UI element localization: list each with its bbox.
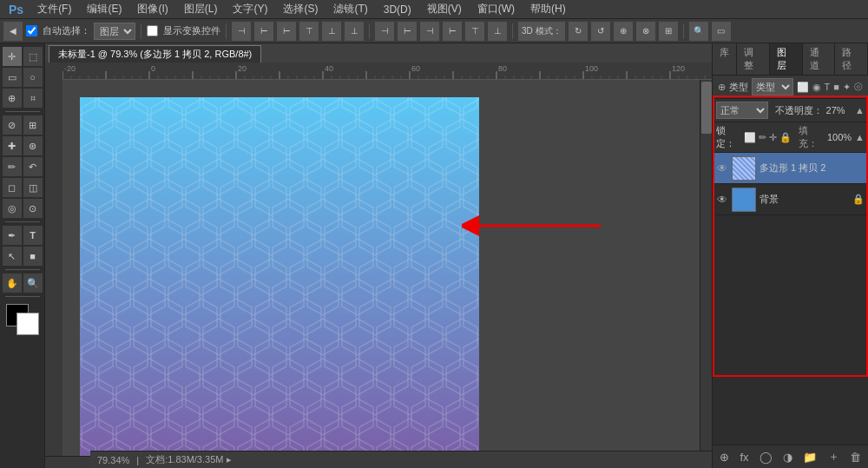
- 3d-mode-label: 3D 模式：: [522, 25, 562, 37]
- toolbar-align-top[interactable]: ⊤: [299, 22, 319, 41]
- toolbar-align-bottom[interactable]: ⊥: [345, 22, 364, 41]
- blur-tool[interactable]: ◎: [3, 199, 22, 218]
- opacity-value[interactable]: 27%: [826, 105, 852, 115]
- toolbar-3d-rotate[interactable]: ↻: [569, 22, 588, 41]
- add-style-btn[interactable]: fx: [740, 451, 748, 464]
- layer-0-visibility[interactable]: 👁: [716, 162, 728, 175]
- document-tab[interactable]: 未标量-1 @ 79.3% (多边形 1 拷贝 2, RGB/8#): [49, 45, 261, 63]
- lock-position[interactable]: ✛: [769, 132, 777, 143]
- menu-image[interactable]: 图像(I): [130, 0, 174, 18]
- vscroll-thumb[interactable]: [701, 82, 712, 134]
- menu-text[interactable]: 文字(Y): [226, 0, 274, 18]
- menu-filter[interactable]: 滤镜(T): [326, 0, 374, 18]
- opacity-chevron[interactable]: ▲: [855, 105, 865, 115]
- toolbar-search[interactable]: 🔍: [689, 22, 708, 41]
- delete-layer-btn[interactable]: 🗑: [850, 451, 861, 464]
- menu-edit[interactable]: 编辑(E): [80, 0, 128, 18]
- menu-file[interactable]: 文件(F): [30, 0, 78, 18]
- toolbar-align-right[interactable]: ⊢: [277, 22, 296, 41]
- quick-select-tool[interactable]: ⊕: [3, 89, 22, 108]
- lock-all[interactable]: 🔒: [779, 132, 792, 143]
- toolbar-arrow-btn[interactable]: ◀: [3, 22, 23, 41]
- path-select-tool[interactable]: ↖: [3, 247, 22, 266]
- toolbar-distribute-3[interactable]: ⊣: [420, 22, 439, 41]
- new-adjustment-btn[interactable]: ◑: [783, 451, 792, 464]
- artboard-tool[interactable]: ⬚: [23, 47, 43, 66]
- lock-transparent[interactable]: ⬜: [744, 132, 756, 143]
- svg-text:20: 20: [238, 64, 247, 73]
- svg-rect-108: [45, 80, 62, 456]
- filter-smart[interactable]: ✦: [843, 82, 851, 93]
- color-swatches[interactable]: [6, 304, 39, 335]
- lock-pixels[interactable]: ✏: [759, 132, 766, 143]
- auto-select-dropdown[interactable]: 图层 组: [94, 23, 135, 40]
- hand-tool[interactable]: ✋: [3, 274, 22, 293]
- add-mask-btn[interactable]: ◯: [760, 451, 773, 464]
- new-layer-btn[interactable]: ＋: [828, 449, 839, 465]
- eraser-tool[interactable]: ◻: [3, 178, 22, 197]
- menu-window[interactable]: 窗口(W): [470, 0, 522, 18]
- filter-shape[interactable]: ■: [833, 82, 839, 92]
- filter-toggle[interactable]: ⦾: [854, 81, 863, 93]
- ruler-tool[interactable]: ⊞: [23, 115, 43, 135]
- eyedropper-tool[interactable]: ⊘: [3, 115, 22, 135]
- toolbar-3d-roll[interactable]: ↺: [591, 22, 610, 41]
- ruler-row: -20020406080100120140: [45, 63, 712, 80]
- filter-type-select[interactable]: 类型: [752, 78, 793, 96]
- tab-layers[interactable]: 图层: [770, 43, 803, 75]
- layer-1-visibility[interactable]: 👁: [716, 194, 728, 206]
- menu-help[interactable]: 帮助(H): [523, 0, 573, 18]
- fill-value[interactable]: 100%: [827, 132, 852, 142]
- tab-channels[interactable]: 通道: [803, 43, 836, 75]
- toolbar-align-center-h[interactable]: ⊢: [254, 22, 273, 41]
- toolbar-distribute-2[interactable]: ⊢: [398, 22, 417, 41]
- toolbar-distribute-5[interactable]: ⊤: [465, 22, 484, 41]
- toolbar-3d-mode[interactable]: 3D 模式：: [518, 22, 565, 41]
- marquee-tool[interactable]: ▭: [3, 68, 22, 87]
- pen-tool[interactable]: ✒: [3, 226, 22, 245]
- heal-tool[interactable]: ✚: [3, 136, 22, 155]
- tab-paths[interactable]: 路径: [835, 43, 868, 75]
- shape-tool[interactable]: ■: [23, 247, 43, 266]
- menu-3d[interactable]: 3D(D): [377, 2, 418, 17]
- toolbar-3d-scale[interactable]: ⊞: [659, 22, 678, 41]
- canvas-scroll-area[interactable]: [62, 80, 700, 456]
- toolbar-distribute-4[interactable]: ⊢: [443, 22, 462, 41]
- filter-pixel[interactable]: ⬜: [797, 82, 809, 93]
- new-group-btn[interactable]: 📁: [803, 451, 817, 464]
- layer-item-0[interactable]: 👁 多边形 1 拷贝 2: [713, 153, 868, 184]
- history-brush[interactable]: ↶: [23, 157, 43, 176]
- link-layers-btn[interactable]: ⊕: [720, 451, 729, 464]
- background-color[interactable]: [16, 313, 39, 335]
- fill-chevron[interactable]: ▲: [855, 132, 865, 142]
- blend-mode-select[interactable]: 正常 溶解 变暗: [716, 102, 768, 119]
- tab-adjustments[interactable]: 调整: [737, 43, 770, 75]
- auto-select-checkbox[interactable]: [26, 25, 37, 36]
- menu-view[interactable]: 视图(V): [420, 0, 469, 18]
- toolbar-align-center-v[interactable]: ⊥: [322, 22, 341, 41]
- clone-tool[interactable]: ⊛: [23, 136, 43, 155]
- move-tool[interactable]: ✛: [3, 47, 22, 66]
- toolbar-distribute-6[interactable]: ⊥: [488, 22, 507, 41]
- lasso-tool[interactable]: ○: [23, 68, 43, 87]
- toolbar-distribute-1[interactable]: ⊣: [375, 22, 394, 41]
- toolbar-align-left[interactable]: ⊣: [232, 22, 251, 41]
- gradient-tool[interactable]: ◫: [23, 178, 43, 197]
- dodge-tool[interactable]: ⊙: [23, 199, 43, 218]
- crop-tool[interactable]: ⌗: [23, 89, 43, 108]
- menu-layer[interactable]: 图层(L): [177, 0, 225, 18]
- toolbar-panel-toggle[interactable]: ▭: [712, 22, 731, 41]
- layer-0-name: 多边形 1 拷贝 2: [760, 161, 865, 175]
- zoom-tool[interactable]: 🔍: [23, 274, 43, 293]
- filter-text[interactable]: T: [825, 82, 831, 92]
- toolbar-3d-slide[interactable]: ⊗: [636, 22, 655, 41]
- show-transform-checkbox[interactable]: [147, 25, 158, 36]
- vertical-scrollbar[interactable]: [700, 80, 712, 456]
- filter-adjust[interactable]: ◉: [812, 82, 821, 93]
- layer-item-1[interactable]: 👁 背景 🔒: [713, 184, 868, 215]
- type-tool[interactable]: T: [23, 226, 43, 245]
- brush-tool[interactable]: ✏: [3, 157, 22, 176]
- toolbar-3d-pan[interactable]: ⊕: [614, 22, 633, 41]
- tab-library[interactable]: 库: [713, 43, 737, 75]
- menu-select[interactable]: 选择(S): [276, 0, 325, 18]
